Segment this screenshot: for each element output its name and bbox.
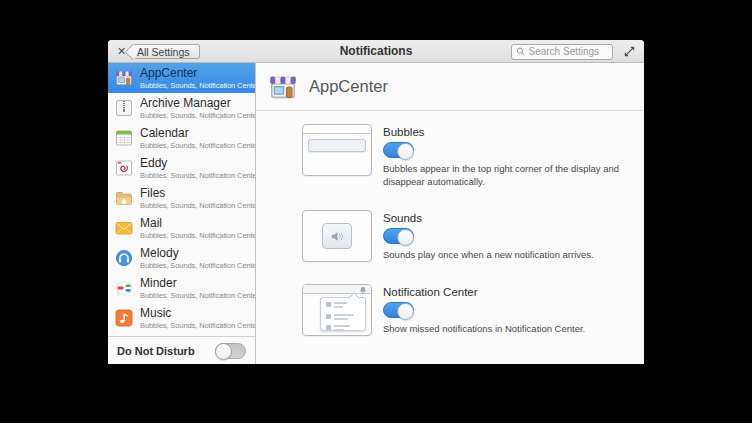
titlebar[interactable]: ✕ All Settings Notifications	[108, 40, 644, 63]
sounds-illustration	[302, 210, 372, 262]
sidebar-item-music[interactable]: Music Bubbles, Sounds, Notification Cent…	[108, 303, 255, 333]
sidebar-item-mail[interactable]: Mail Bubbles, Sounds, Notification Cente…	[108, 213, 255, 243]
speaker-icon	[330, 230, 345, 243]
app-subtitle: Bubbles, Sounds, Notification Center	[140, 262, 249, 270]
notification-list-item	[326, 302, 360, 310]
toggle-knob	[397, 143, 414, 160]
illustration-titlebar	[303, 125, 371, 134]
notification-list-popover	[320, 297, 366, 331]
bubbles-toggle[interactable]	[383, 142, 414, 158]
notification-center-illustration	[302, 284, 372, 336]
sidebar-item-eddy[interactable]: Eddy Bubbles, Sounds, Notification Cente…	[108, 153, 255, 183]
sidebar-item-minder[interactable]: Minder Bubbles, Sounds, Notification Cen…	[108, 273, 255, 303]
app-title: Music	[140, 307, 249, 319]
toggle-knob	[215, 343, 232, 360]
calendar-icon	[114, 128, 134, 148]
app-subtitle: Bubbles, Sounds, Notification Center	[140, 202, 249, 210]
sounds-section: Sounds Sounds play once when a new notif…	[302, 210, 644, 262]
search-settings-field[interactable]	[511, 44, 613, 60]
app-subtitle: Bubbles, Sounds, Notification Center	[140, 142, 249, 150]
app-title: Mail	[140, 217, 249, 229]
app-subtitle: Bubbles, Sounds, Notification Center	[140, 232, 249, 240]
bubbles-illustration	[302, 124, 372, 176]
illustration-titlebar	[303, 285, 371, 294]
toggle-knob	[397, 229, 414, 246]
bell-icon	[359, 286, 367, 294]
app-subtitle: Bubbles, Sounds, Notification Center	[140, 292, 249, 300]
speaker-button-shape	[322, 223, 352, 249]
sidebar-item-melody[interactable]: Melody Bubbles, Sounds, Notification Cen…	[108, 243, 255, 273]
sounds-title: Sounds	[383, 212, 623, 224]
app-page-title: AppCenter	[309, 77, 388, 96]
maximize-icon[interactable]	[623, 45, 636, 58]
sounds-description: Sounds play once when a new notification…	[383, 249, 623, 262]
app-title: Archive Manager	[140, 97, 249, 109]
app-title: Melody	[140, 247, 249, 259]
app-title: Calendar	[140, 127, 249, 139]
search-input[interactable]	[529, 46, 609, 57]
notification-center-toggle[interactable]	[383, 302, 414, 318]
melody-headphones-icon	[114, 248, 134, 268]
eddy-package-icon	[114, 158, 134, 178]
desktop-stage: { "titlebar": { "close_glyph": "✕", "bac…	[0, 0, 752, 423]
app-subtitle: Bubbles, Sounds, Notification Center	[140, 82, 249, 90]
app-sidebar: AppCenter Bubbles, Sounds, Notification …	[108, 63, 256, 364]
bubbles-title: Bubbles	[383, 126, 623, 138]
files-folder-icon	[114, 188, 134, 208]
app-list: AppCenter Bubbles, Sounds, Notification …	[108, 63, 255, 336]
do-not-disturb-row: Do Not Disturb	[108, 336, 255, 364]
appcenter-storefront-icon	[114, 68, 134, 88]
notification-list-item	[326, 314, 360, 322]
main-panel: AppCenter Bubbles Bubbles appear in the …	[256, 63, 644, 364]
notification-list-item	[326, 325, 360, 333]
mail-envelope-icon	[114, 218, 134, 238]
app-title: Files	[140, 187, 249, 199]
app-title: Eddy	[140, 157, 249, 169]
music-note-icon	[114, 308, 134, 328]
notification-bubble-shape	[308, 139, 366, 152]
app-subtitle: Bubbles, Sounds, Notification Center	[140, 322, 249, 330]
sidebar-item-archive-manager[interactable]: Archive Manager Bubbles, Sounds, Notific…	[108, 93, 255, 123]
app-subtitle: Bubbles, Sounds, Notification Center	[140, 112, 249, 120]
app-subtitle: Bubbles, Sounds, Notification Center	[140, 172, 249, 180]
sidebar-item-calendar[interactable]: Calendar Bubbles, Sounds, Notification C…	[108, 123, 255, 153]
appcenter-storefront-icon-large	[267, 71, 299, 103]
do-not-disturb-label: Do Not Disturb	[117, 345, 195, 357]
sounds-toggle[interactable]	[383, 228, 414, 244]
app-header: AppCenter	[256, 63, 644, 111]
notification-center-title: Notification Center	[383, 286, 623, 298]
sidebar-item-appcenter[interactable]: AppCenter Bubbles, Sounds, Notification …	[108, 63, 255, 93]
toggle-knob	[397, 303, 414, 320]
settings-window: ✕ All Settings Notifications AppCenter	[108, 40, 644, 364]
minder-mindmap-icon	[114, 278, 134, 298]
search-icon	[516, 46, 526, 57]
do-not-disturb-toggle[interactable]	[215, 343, 246, 359]
notification-center-description: Show missed notifications in Notificatio…	[383, 323, 623, 336]
app-title: AppCenter	[140, 67, 249, 79]
archive-zip-icon	[114, 98, 134, 118]
settings-content: Bubbles Bubbles appear in the top right …	[256, 111, 644, 358]
sidebar-item-files[interactable]: Files Bubbles, Sounds, Notification Cent…	[108, 183, 255, 213]
app-title: Minder	[140, 277, 249, 289]
bubbles-description: Bubbles appear in the top right corner o…	[383, 163, 623, 188]
notification-center-section: Notification Center Show missed notifica…	[302, 284, 644, 336]
bubbles-section: Bubbles Bubbles appear in the top right …	[302, 124, 644, 188]
